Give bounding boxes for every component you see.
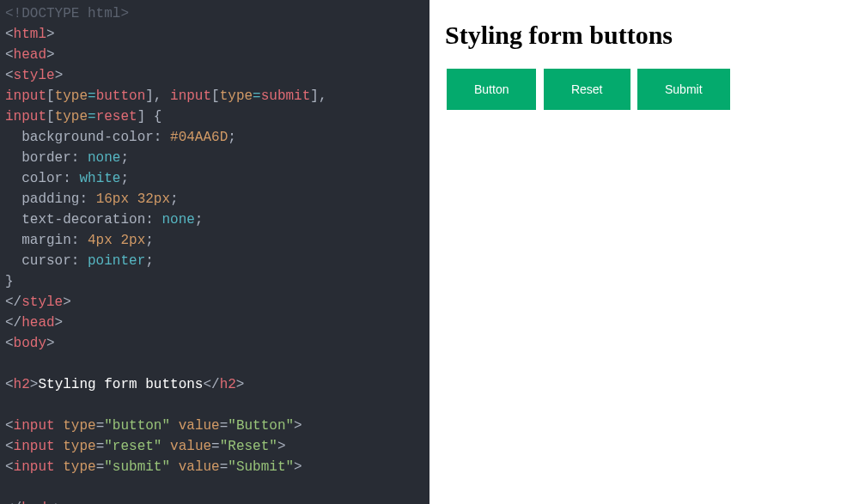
code-punct: , (154, 88, 170, 104)
code-punct: [ (46, 109, 55, 124)
code-punct: ; (120, 150, 129, 166)
code-attr: type (55, 88, 88, 104)
code-text: Styling form buttons (38, 377, 203, 392)
button-button[interactable] (447, 69, 536, 110)
code-attr-val: "submit" (104, 459, 170, 475)
code-punct: : (145, 212, 161, 228)
code-selector-tag: input (5, 88, 46, 104)
code-punct: : (71, 150, 88, 166)
code-bracket: > (236, 377, 245, 392)
code-attr: value (179, 459, 220, 475)
code-punct: , (319, 88, 327, 104)
code-punct: = (220, 418, 228, 434)
code-tag-head-close: head (21, 315, 54, 331)
code-punct: : (71, 253, 88, 269)
code-attr-val: button (96, 88, 146, 104)
code-bracket: > (46, 27, 55, 42)
code-bracket: > (294, 418, 302, 434)
code-sp (170, 459, 179, 475)
code-bracket: </ (203, 377, 219, 392)
code-val: #04AA6D (170, 130, 228, 145)
code-punct: ; (195, 212, 204, 228)
code-bracket: > (63, 295, 71, 310)
preview-buttons-row (445, 65, 850, 113)
code-punct: ; (145, 253, 154, 269)
code-punct: = (96, 439, 105, 454)
code-bracket: > (55, 315, 64, 331)
code-val: none (161, 212, 194, 228)
code-punct: : (79, 191, 95, 207)
code-brace: } (5, 274, 14, 289)
code-attr-val: "Button" (228, 418, 294, 434)
code-brace: { (145, 109, 161, 124)
code-sp (55, 439, 64, 454)
code-punct: = (96, 459, 105, 475)
code-punct (113, 233, 121, 248)
code-punct: ] (137, 109, 146, 124)
code-tag-h2: h2 (14, 377, 30, 392)
code-val: none (88, 150, 120, 166)
code-bracket: < (5, 336, 14, 351)
code-sp (55, 418, 64, 434)
code-attr-val: submit (261, 88, 311, 104)
code-punct (129, 191, 137, 207)
code-prop: padding (21, 191, 79, 207)
preview-pane: Styling form buttons (429, 0, 865, 504)
code-tag-style: style (14, 68, 55, 83)
code-punct: = (220, 459, 228, 475)
code-punct: : (154, 130, 170, 145)
code-val: 16px (96, 191, 129, 207)
code-attr: type (220, 88, 253, 104)
code-attr-val: "Reset" (220, 439, 277, 454)
code-punct: : (71, 233, 88, 248)
code-punct: = (253, 88, 261, 104)
code-punct: : (63, 171, 79, 186)
code-attr: value (179, 418, 220, 434)
code-attr-val: "Submit" (228, 459, 294, 475)
code-tag-input: input (14, 459, 55, 475)
code-val: white (79, 171, 120, 186)
code-bracket: > (46, 47, 55, 63)
code-tag-head: head (14, 47, 46, 63)
code-bracket: > (55, 501, 64, 504)
code-attr: type (63, 459, 95, 475)
code-attr: type (63, 418, 95, 434)
code-attr: type (63, 439, 95, 454)
code-punct: ] (310, 88, 319, 104)
code-punct: ; (120, 171, 129, 186)
code-selector-tag: input (5, 109, 46, 124)
code-prop: margin (21, 233, 71, 248)
code-punct: ; (145, 233, 154, 248)
reset-button[interactable] (544, 69, 630, 110)
code-prop: cursor (21, 253, 71, 269)
code-doctype: <!DOCTYPE html> (5, 6, 129, 21)
code-bracket: < (5, 47, 14, 63)
code-val: pointer (88, 253, 145, 269)
code-bracket: > (277, 439, 286, 454)
code-sp (170, 418, 179, 434)
code-tag-input: input (14, 439, 55, 454)
code-punct: [ (46, 88, 55, 104)
code-attr-val: reset (96, 109, 137, 124)
code-punct: ; (170, 191, 179, 207)
code-bracket: > (55, 68, 64, 83)
code-tag-html: html (14, 27, 46, 42)
code-bracket: < (5, 68, 14, 83)
code-punct: ; (228, 130, 236, 145)
submit-button[interactable] (637, 69, 730, 110)
code-tag-input: input (14, 418, 55, 434)
code-attr-val: "button" (104, 418, 170, 434)
code-attr-val: "reset" (104, 439, 161, 454)
code-tag-style-close: style (21, 295, 63, 310)
code-punct: = (88, 88, 96, 104)
code-punct: = (88, 109, 96, 124)
code-bracket: </ (5, 501, 21, 504)
code-bracket: </ (5, 295, 21, 310)
code-bracket: < (5, 439, 14, 454)
preview-heading: Styling form buttons (445, 21, 850, 50)
code-tag-body: body (14, 336, 46, 351)
code-editor-pane[interactable]: <!DOCTYPE html> <html> <head> <style> in… (0, 0, 429, 504)
code-attr: type (55, 109, 88, 124)
code-bracket: < (5, 418, 14, 434)
code-val: 4px (88, 233, 113, 248)
